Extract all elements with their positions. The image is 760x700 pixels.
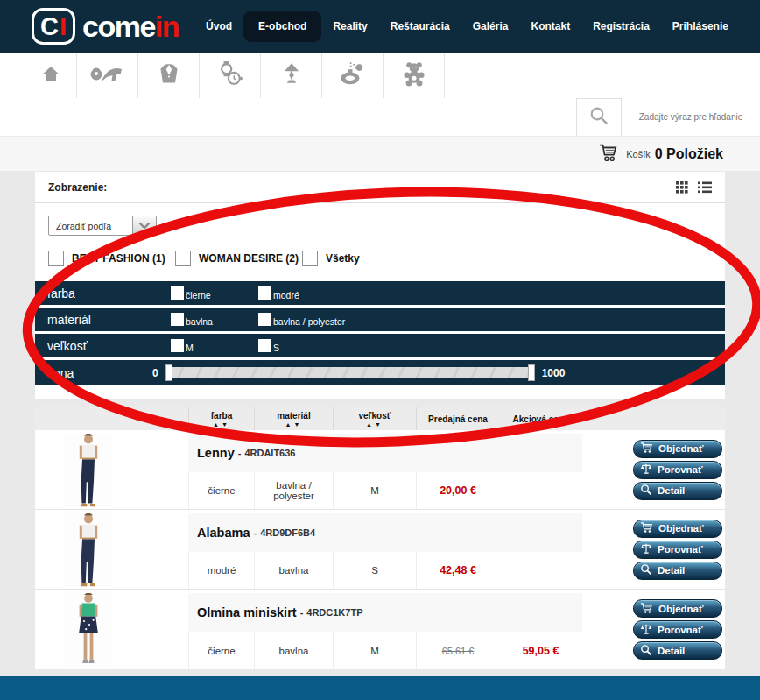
perfume-icon — [338, 61, 368, 89]
nav-item-restauracia[interactable]: Reštaurácia — [379, 12, 461, 40]
category-item-fashion[interactable] — [77, 53, 138, 98]
header-velkost[interactable]: veľkosť▲▼ — [333, 407, 416, 430]
grid-view-icon[interactable] — [676, 181, 688, 194]
product-code: 4RDAIT636 — [244, 448, 295, 458]
filter-option-label: M — [186, 343, 194, 353]
order-button[interactable]: Objednať — [633, 599, 722, 618]
filter-row-cena: cena 0 1000 — [35, 360, 725, 385]
filters-panel: Zobrazenie: Zoradiť podľa BEST FASHION (… — [35, 172, 725, 399]
filter-checkbox-modre[interactable] — [258, 286, 271, 300]
brand-filter-label: Všetky — [326, 252, 360, 265]
product-name-band: Olmina miniskirt - 4RDC1K7TP — [188, 593, 582, 632]
price-promo: 59,05 € — [523, 645, 559, 657]
content: Zobrazenie: Zoradiť podľa BEST FASHION (… — [0, 172, 760, 669]
order-button[interactable]: Objednať — [633, 440, 722, 458]
product-actions: Objednať Porovnať Detail — [582, 510, 725, 589]
sort-row: Zoradiť podľa — [35, 203, 725, 236]
category-item-toys[interactable] — [384, 53, 445, 98]
cart-summary[interactable]: Košík 0 Položiek — [0, 137, 760, 172]
product-image-jeans[interactable] — [64, 434, 113, 511]
compare-button[interactable]: Porovnať — [633, 461, 722, 479]
woman-desire-checkbox[interactable] — [175, 251, 191, 266]
nav-item-kontakt[interactable]: Kontakt — [519, 12, 581, 40]
logo[interactable]: CI comein — [32, 8, 179, 45]
search-button[interactable] — [576, 98, 622, 136]
product-actions: Objednať Porovnať Detail — [582, 590, 725, 669]
column-label: Akciová cena — [513, 414, 569, 424]
compare-button[interactable]: Porovnať — [633, 541, 722, 559]
cart-icon — [640, 521, 653, 535]
magnifier-icon — [640, 644, 652, 658]
category-item-perfume[interactable] — [322, 53, 384, 98]
product-name[interactable]: Alabama — [197, 526, 250, 540]
detail-button-label: Detail — [658, 565, 685, 576]
column-label: Predajná cena — [428, 414, 488, 424]
cart-label: Košík — [626, 149, 651, 159]
product-name[interactable]: Olmina miniskirt — [197, 605, 297, 619]
header-material[interactable]: materiál▲▼ — [254, 407, 333, 430]
product-image-cell — [35, 430, 188, 509]
slider-handle-min[interactable] — [165, 364, 172, 381]
filter-checkbox-bavlna[interactable] — [171, 313, 184, 326]
filter-label: farba — [35, 286, 171, 301]
table-header: farba▲▼ materiál▲▼ veľkosť▲▼ Predajná ce… — [35, 407, 725, 430]
product-name[interactable]: Lenny — [197, 446, 235, 460]
logo-badge-c: C — [40, 14, 59, 39]
view-label: Zobrazenie: — [48, 181, 107, 194]
lamp-icon — [280, 61, 303, 89]
column-label: materiál — [277, 411, 310, 421]
nav-item-reality[interactable]: Reality — [321, 12, 378, 40]
nav-item-e-obchod[interactable]: E-obchod — [243, 11, 321, 42]
nav-item-uvod[interactable]: Úvod — [194, 12, 243, 40]
filter-checkbox-s[interactable] — [258, 339, 271, 352]
brand-filter-vsetky: Všetky — [302, 251, 429, 266]
best-fashion-checkbox[interactable] — [48, 251, 64, 266]
brand-filter-row: BEST FASHION (1) WOMAN DESIRE (2) Všetky — [48, 251, 725, 266]
detail-button[interactable]: Detail — [633, 641, 722, 660]
category-item-watches[interactable] — [200, 53, 261, 98]
category-item-clothing[interactable] — [138, 53, 200, 98]
slider-handle-max[interactable] — [528, 364, 535, 381]
nav-item-galeria[interactable]: Galéria — [461, 12, 520, 40]
filter-checkbox-m[interactable] — [171, 339, 184, 352]
price-min-label: 0 — [152, 367, 158, 379]
sort-select[interactable]: Zoradiť podľa — [48, 216, 157, 236]
sort-arrows-icon[interactable]: ▲▼ — [366, 421, 384, 428]
order-button-label: Objednať — [658, 443, 704, 454]
vsetky-checkbox[interactable] — [302, 251, 318, 266]
category-bar — [0, 53, 760, 98]
filter-checkbox-bavlna-polyester[interactable] — [258, 313, 271, 326]
filter-label: cena — [35, 366, 152, 380]
sort-arrows-icon[interactable]: ▲▼ — [213, 421, 230, 428]
detail-button[interactable]: Detail — [633, 562, 722, 580]
nav-item-prihlasenie[interactable]: Prihlásenie — [661, 12, 740, 40]
fashion-accessories-icon — [89, 62, 126, 88]
price-slider[interactable] — [166, 367, 534, 378]
main-nav: Úvod E-obchod Reality Reštaurácia Galéri… — [194, 11, 740, 42]
product-image-jeans[interactable] — [64, 513, 113, 590]
header-farba[interactable]: farba▲▼ — [188, 407, 254, 430]
compare-button-label: Porovnať — [658, 544, 703, 555]
compare-button[interactable]: Porovnať — [633, 620, 722, 639]
filter-option-label: modré — [273, 290, 299, 301]
logo-ci-icon: CI — [32, 8, 75, 45]
filter-label: materiál — [35, 313, 171, 327]
product-image-miniskirt[interactable] — [64, 593, 113, 670]
filter-option-label: čierne — [186, 290, 211, 301]
order-button-label: Objednať — [658, 523, 704, 534]
product-size-cell: M — [333, 472, 416, 509]
category-item-home[interactable] — [25, 53, 77, 98]
category-item-lamps[interactable] — [261, 53, 322, 98]
order-button[interactable]: Objednať — [633, 520, 722, 538]
cart-icon — [597, 142, 619, 166]
product-actions: Objednať Porovnať Detail — [582, 430, 725, 509]
price-old: 65,61 € — [442, 646, 475, 656]
product-code: 4RD9DF6B4 — [260, 527, 315, 538]
list-view-icon[interactable] — [698, 181, 712, 194]
sort-arrows-icon[interactable]: ▲▼ — [285, 421, 303, 428]
search-input[interactable] — [622, 98, 760, 136]
nav-item-registracia[interactable]: Registrácia — [581, 12, 661, 40]
filter-checkbox-cierne[interactable] — [171, 286, 184, 300]
detail-button[interactable]: Detail — [633, 482, 722, 500]
filter-row-velkost: veľkosť M S — [35, 334, 725, 357]
